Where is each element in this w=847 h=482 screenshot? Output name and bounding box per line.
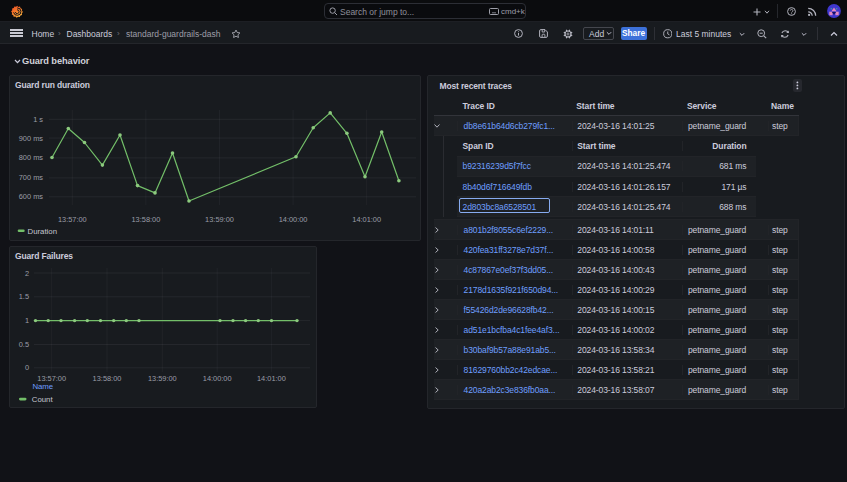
svg-text:Count: Count — [32, 395, 54, 404]
svg-text:1.5: 1.5 — [19, 292, 29, 301]
svg-text:Duration: Duration — [28, 227, 57, 236]
svg-text:800 ms: 800 ms — [19, 153, 44, 162]
svg-text:13:58:00: 13:58:00 — [93, 374, 122, 383]
svg-text:14:00:00: 14:00:00 — [279, 215, 308, 224]
svg-text:0: 0 — [25, 363, 29, 372]
svg-text:1: 1 — [25, 316, 29, 325]
svg-text:900 ms: 900 ms — [19, 134, 44, 143]
svg-text:13:59:00: 13:59:00 — [205, 215, 234, 224]
svg-text:1 s: 1 s — [33, 115, 43, 124]
svg-text:600 ms: 600 ms — [19, 192, 44, 201]
svg-text:13:57:00: 13:57:00 — [58, 215, 87, 224]
svg-text:0.5: 0.5 — [19, 340, 29, 349]
svg-text:14:01:00: 14:01:00 — [352, 215, 381, 224]
svg-text:700 ms: 700 ms — [19, 173, 44, 182]
svg-text:2: 2 — [25, 269, 29, 278]
svg-text:14:00:00: 14:00:00 — [203, 374, 232, 383]
svg-text:13:58:00: 13:58:00 — [132, 215, 161, 224]
svg-text:14:01:00: 14:01:00 — [257, 374, 286, 383]
svg-text:13:59:00: 13:59:00 — [148, 374, 177, 383]
svg-text:Name: Name — [32, 382, 53, 391]
